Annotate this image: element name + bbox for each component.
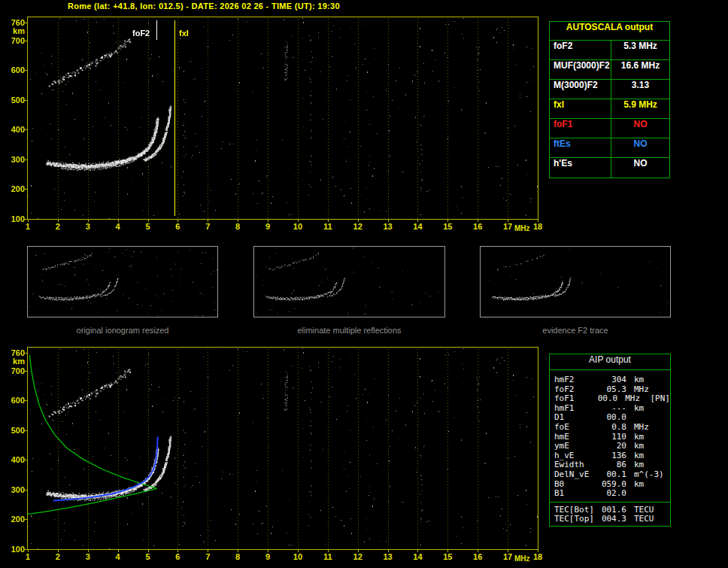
y-axis-tick-label: 200	[0, 515, 25, 524]
header-title: Rome (lat: +41.8, lon: 012.5) - DATE: 20…	[68, 2, 340, 11]
x-axis-tick	[538, 220, 538, 222]
y-axis-tick	[25, 490, 27, 491]
aip-param-extra	[663, 451, 670, 460]
x-axis-tick	[208, 550, 208, 552]
aip-param-label: DelN_vE	[554, 469, 599, 479]
x-axis-tick	[208, 220, 208, 222]
y-axis-tick	[25, 430, 27, 431]
autoscala-param-value: NO	[611, 138, 669, 157]
aip-param-extra	[663, 375, 670, 384]
aip-param-unit: m^(-3)	[626, 469, 663, 479]
x-axis-tick-label: 3	[80, 552, 96, 561]
x-axis-tick-label: 2	[50, 222, 65, 231]
x-axis-tick	[478, 220, 478, 222]
x-axis-tick	[238, 220, 238, 222]
x-axis-tick	[538, 550, 538, 552]
fxi-marker-label: fxI	[179, 29, 189, 38]
x-axis-tick-label: 1	[20, 222, 35, 231]
aip-param-extra	[663, 514, 670, 524]
aip-param-unit: km	[626, 375, 663, 384]
fof2-marker-label: foF2	[132, 29, 150, 38]
aip-param-unit	[626, 412, 663, 422]
y-axis-tick	[25, 129, 27, 130]
aip-param-extra	[663, 441, 670, 451]
profile-ionogram-canvas	[28, 348, 538, 549]
x-axis-tick	[58, 220, 59, 222]
aip-param-extra	[663, 412, 670, 422]
aip-row: Ewidth86km	[550, 460, 670, 469]
autoscala-param-label: foF1	[550, 119, 611, 138]
x-axis-tick-label: 6	[170, 222, 185, 231]
autoscala-table-body: foF25.3 MHzMUF(3000)F216.6 MHzM(3000)F23…	[550, 41, 669, 178]
x-axis-tick-label: 9	[260, 222, 275, 231]
aip-param-label: foF2	[554, 384, 599, 394]
autoscala-output-table: AUTOSCALA output foF25.3 MHzMUF(3000)F21…	[549, 21, 670, 178]
x-axis-tick-label: 4	[111, 222, 126, 231]
y-axis-tick	[25, 41, 27, 41]
aip-row: TEC[Top]004.3TECU	[550, 514, 670, 524]
x-axis-tick-label: 6	[170, 552, 185, 561]
y-axis-tick	[25, 371, 27, 372]
y-axis-tick-label: 300	[0, 155, 25, 164]
aip-param-value: 20	[599, 441, 626, 451]
thumbnail-caption-original: original ionogram resized	[27, 326, 218, 335]
y-axis-tick	[25, 460, 27, 460]
y-axis-tick-label: 500	[0, 426, 25, 435]
x-axis-tick-label: 12	[350, 552, 366, 561]
profile-ionogram-plot	[27, 347, 538, 550]
aip-param-label: hmE	[554, 432, 599, 442]
x-axis-tick-label: 11	[320, 222, 335, 231]
y-axis-tick	[25, 100, 27, 101]
x-axis-tick	[177, 550, 178, 552]
x-axis-tick	[28, 550, 29, 552]
aip-param-extra	[663, 432, 670, 442]
aip-table-body: hmF2304kmfoF205.3MHzfoF100.0MHz[PN]hmF1-…	[550, 370, 670, 502]
aip-param-value: 304	[599, 375, 626, 384]
x-axis-tick	[177, 220, 178, 222]
y-axis-tick	[25, 519, 27, 520]
aip-param-value: 00.1	[599, 469, 626, 479]
y-axis-unit-main: km	[0, 26, 25, 35]
aip-param-label: h_vE	[554, 451, 599, 460]
x-axis-tick-label: 17	[500, 552, 515, 561]
thumbnail-evidence-canvas	[481, 247, 670, 317]
autoscala-param-value: 5.3 MHz	[611, 41, 669, 59]
x-axis-tick-label: 13	[381, 222, 396, 231]
x-axis-tick-label: 3	[80, 222, 96, 231]
y-axis-tick-label: 500	[0, 96, 25, 105]
aip-row: B0059.0km	[550, 479, 670, 489]
x-axis-tick	[238, 550, 238, 552]
y-axis-tick	[25, 159, 27, 160]
y-axis-tick	[25, 219, 27, 220]
y-axis-tick	[25, 189, 27, 190]
thumbnail-eliminate-reflections	[253, 246, 445, 317]
autoscala-row: M(3000)F23.13	[550, 80, 669, 99]
aip-param-extra	[663, 384, 670, 394]
aip-param-value: 0.8	[599, 422, 626, 432]
x-axis-tick	[358, 220, 359, 222]
aip-param-unit: TECU	[626, 514, 663, 524]
aip-param-unit: MHz	[626, 384, 663, 394]
x-axis-unit-bottom: MHz	[514, 554, 530, 563]
aip-param-value: 02.0	[599, 488, 626, 498]
x-axis-tick-label: 15	[440, 552, 455, 561]
aip-param-label: B0	[554, 479, 599, 489]
y-axis-tick-label: 760	[0, 348, 25, 357]
autoscala-param-label: h'Es	[550, 158, 611, 178]
aip-param-extra	[663, 469, 670, 479]
aip-param-label: Ewidth	[554, 460, 599, 469]
x-axis-tick-label: 17	[500, 222, 515, 231]
x-axis-tick	[388, 550, 389, 552]
aip-row: hmE110km	[550, 432, 670, 442]
x-axis-tick	[298, 220, 299, 222]
aip-tec-body: TEC[Bot]001.6TECUTEC[Top]004.3TECU	[550, 503, 670, 526]
autoscala-param-value: NO	[611, 158, 669, 178]
y-axis-tick-label: 400	[0, 125, 25, 134]
aip-param-value: 00.0	[594, 393, 618, 403]
x-axis-tick	[118, 550, 119, 552]
autoscala-row: ftEsNO	[550, 138, 669, 158]
aip-param-label: D1	[554, 412, 599, 422]
x-axis-tick-label: 7	[200, 222, 215, 231]
x-axis-tick	[447, 550, 448, 552]
y-axis-unit-bottom: km	[0, 357, 25, 366]
